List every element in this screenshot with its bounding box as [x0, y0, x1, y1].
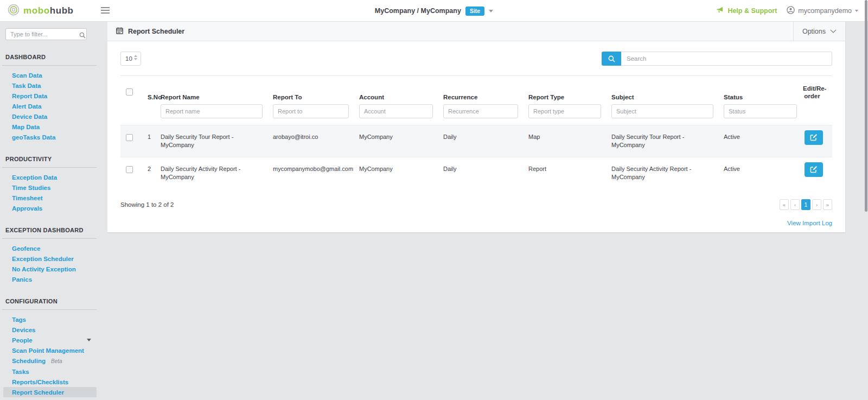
- sidebar-item-tasks[interactable]: Tasks: [0, 366, 107, 377]
- next-page-button[interactable]: ›: [812, 199, 821, 210]
- megaphone-icon: [716, 7, 724, 15]
- menu-toggle-icon[interactable]: [101, 7, 110, 16]
- table-body: 1Daily Security Tour Report - MyCompanya…: [120, 125, 832, 189]
- mobohubb-logo-icon: [8, 4, 20, 18]
- options-button[interactable]: Options: [793, 22, 845, 41]
- sidebar-item-label: Exception Scheduler: [12, 256, 74, 262]
- username-label: mycompanydemo: [798, 7, 852, 15]
- page-number-button[interactable]: 1: [801, 199, 810, 210]
- last-page-button[interactable]: »: [823, 199, 832, 210]
- topbar: mobohubb MyCompany / MyCompany Site Help…: [0, 0, 868, 22]
- column-header-subject: Subject: [611, 94, 724, 100]
- sidebar-item-tags[interactable]: Tags: [0, 314, 107, 325]
- sidebar-item-device-data[interactable]: Device Data: [0, 111, 107, 122]
- column-header-account: Account: [359, 94, 443, 100]
- search-icon: [79, 31, 86, 41]
- divider: [2, 238, 97, 239]
- results-summary: Showing 1 to 2 of 2: [120, 201, 174, 208]
- chevron-down-icon: [830, 29, 837, 33]
- first-page-button[interactable]: «: [780, 199, 789, 210]
- edit-reorder-button[interactable]: [805, 130, 823, 145]
- table-row: 1Daily Security Tour Report - MyCompanya…: [120, 125, 832, 157]
- user-menu[interactable]: mycompanydemo: [787, 6, 858, 16]
- filter-cell: [528, 104, 611, 118]
- sidebar-item-scan-data[interactable]: Scan Data: [0, 70, 107, 80]
- sidebar-item-approvals[interactable]: Approvals: [0, 203, 107, 213]
- filter-input-recurrence[interactable]: [443, 104, 518, 118]
- cell-report-type: Report: [528, 157, 611, 189]
- search-input[interactable]: [621, 52, 832, 66]
- logo-text: mobohubb: [23, 5, 74, 16]
- page-title: Report Scheduler: [116, 27, 184, 36]
- edit-reorder-button[interactable]: [805, 162, 823, 177]
- sidebar-item-report-data[interactable]: Report Data: [0, 91, 107, 101]
- sidebar-item-report-scheduler[interactable]: Report Scheduler: [3, 387, 97, 397]
- help-support-link[interactable]: Help & Support: [716, 7, 777, 15]
- column-header-report-to: Report To: [273, 94, 359, 100]
- column-header-recurrence: Recurrence: [443, 94, 528, 100]
- sidebar-item-geotasks-data[interactable]: geoTasks Data: [0, 132, 107, 142]
- pagination: «‹1›»: [780, 199, 832, 210]
- sidebar-item-task-data[interactable]: Task Data: [0, 80, 107, 91]
- sidebar-item-label: Report Scheduler: [12, 389, 64, 396]
- divider: [2, 309, 97, 310]
- sidebar-item-time-studies[interactable]: Time Studies: [0, 182, 107, 193]
- column-header-report-name: Report Name: [161, 94, 273, 100]
- filter-cell: [161, 104, 273, 118]
- sidebar-section-title: EXCEPTION DASHBOARD: [5, 227, 107, 233]
- page-size-select[interactable]: 10: [120, 52, 141, 66]
- filter-input-subject[interactable]: [611, 104, 713, 118]
- cell-report-to: mycompanymobo@gmail.com: [273, 157, 359, 189]
- column-header-edit-re-order: Edit/Re-order: [797, 85, 831, 100]
- view-import-log-link[interactable]: View Import Log: [787, 220, 832, 226]
- row-checkbox[interactable]: [126, 134, 133, 141]
- sidebar-item-summary-report[interactable]: Summary Report: [0, 397, 107, 400]
- sidebar-item-map-data[interactable]: Map Data: [0, 122, 107, 132]
- cell-report-to: arobayo@itroi.co: [273, 125, 359, 157]
- chevron-down-icon: [87, 339, 91, 341]
- sidebar-item-label: Scan Data: [12, 72, 42, 79]
- sidebar-item-devices[interactable]: Devices: [0, 325, 107, 335]
- sidebar-item-label: Report Data: [12, 93, 47, 99]
- chevron-down-icon: [855, 10, 858, 12]
- filter-input-report-type[interactable]: [528, 104, 601, 118]
- column-header-status: Status: [724, 94, 797, 100]
- sidebar-nav: DASHBOARDScan DataTask DataReport DataAl…: [0, 54, 107, 400]
- sidebar-item-exception-scheduler[interactable]: Exception Scheduler: [0, 253, 107, 264]
- cell-status: Active: [724, 125, 797, 157]
- cell-edit: [797, 125, 831, 157]
- sidebar-item-geofence[interactable]: Geofence: [0, 243, 107, 253]
- sidebar-item-panics[interactable]: Panics: [0, 274, 107, 284]
- cell-report-type: Map: [528, 125, 611, 157]
- filter-spacer: [797, 104, 831, 118]
- row-checkbox[interactable]: [126, 166, 133, 173]
- sidebar-item-scheduling[interactable]: SchedulingBeta: [0, 355, 107, 366]
- cell-subject: Daily Security Tour Report - MyCompany: [611, 125, 724, 157]
- cell-report-name: Daily Security Activity Report - MyCompa…: [161, 157, 273, 189]
- sidebar-item-no-activity-exception[interactable]: No Activity Exception: [0, 264, 107, 274]
- sidebar-item-label: Device Data: [12, 113, 47, 120]
- sidebar-item-exception-data[interactable]: Exception Data: [0, 172, 107, 182]
- prev-page-button[interactable]: ‹: [790, 199, 800, 210]
- sidebar-item-label: People: [12, 337, 33, 344]
- select-all-checkbox[interactable]: [126, 88, 133, 96]
- filter-input-status[interactable]: [724, 104, 797, 118]
- filter-input-report-name[interactable]: [161, 104, 263, 118]
- filter-spacer: [148, 104, 161, 118]
- cell-status: Active: [724, 157, 797, 189]
- sidebar-filter-input[interactable]: [5, 28, 87, 40]
- cell-sno: 1: [148, 125, 161, 157]
- sidebar-item-people[interactable]: People: [0, 335, 107, 345]
- sidebar-item-label: Geofence: [12, 245, 40, 252]
- sidebar-item-reports-checklists[interactable]: Reports/Checklists: [0, 377, 107, 387]
- brand-logo[interactable]: mobohubb: [8, 0, 74, 22]
- search-button[interactable]: [602, 52, 621, 66]
- sidebar-item-scan-point-management[interactable]: Scan Point Management: [0, 345, 107, 355]
- row-checkbox-cell: [120, 157, 148, 189]
- sidebar-item-timesheet[interactable]: Timesheet: [0, 193, 107, 203]
- sidebar-item-alert-data[interactable]: Alert Data: [0, 101, 107, 111]
- filter-input-report-to[interactable]: [273, 104, 349, 118]
- filter-input-account[interactable]: [359, 104, 433, 118]
- vertical-scrollbar[interactable]: [865, 0, 867, 212]
- cell-report-name: Daily Security Tour Report - MyCompany: [161, 125, 273, 157]
